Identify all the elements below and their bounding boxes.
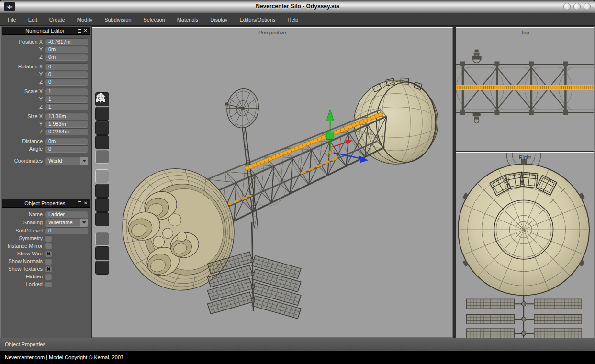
top-canvas[interactable] [456, 28, 594, 151]
field-label: Angle [2, 146, 43, 152]
rotation-x-field[interactable]: 0 [45, 63, 88, 70]
field-label: Z [2, 129, 43, 134]
object-properties-panel: Object Properties ✕ NameLadder Shading W… [2, 199, 90, 290]
menu-file[interactable]: File [3, 13, 21, 26]
size-x-field[interactable]: 13.36m [45, 113, 88, 120]
panel-title: Object Properties [12, 200, 78, 206]
field-label: Locked [2, 281, 43, 287]
show-textures-checkbox[interactable]: ✖ [45, 266, 52, 272]
field-label: Scale X [2, 88, 43, 94]
shading-value: Wireframe [48, 220, 73, 225]
field-label: Size X [2, 113, 43, 119]
field-label: Shading [2, 220, 43, 225]
scale-z-field[interactable]: 1 [45, 103, 88, 110]
viewport-label: Top [456, 30, 594, 35]
hidden-checkbox[interactable] [45, 274, 52, 280]
numerical-editor-header: Numerical Editor ✕ [2, 27, 90, 35]
right-canvas[interactable] [456, 153, 594, 338]
locked-checkbox[interactable] [45, 281, 52, 287]
chevron-down-icon [82, 160, 86, 162]
shading-dropdown[interactable]: Wireframe [45, 219, 88, 227]
right-viewport[interactable]: Right [456, 152, 594, 338]
menu-editors-options[interactable]: Editors/Options [235, 13, 280, 26]
app-window: s|o Nevercenter Silo - Odyssey.sia File … [0, 0, 595, 364]
viewport-label: Perspective [92, 30, 452, 35]
field-label: Y [2, 71, 43, 77]
symmetry-checkbox[interactable] [45, 235, 52, 242]
angle-field[interactable]: 0 [45, 145, 88, 153]
position-y-field[interactable]: 0m [45, 46, 88, 53]
field-label: Distance [2, 138, 43, 144]
instance-mirror-checkbox[interactable] [45, 243, 52, 249]
panel-title: Numerical Editor [12, 28, 78, 33]
field-label: Y [2, 96, 43, 102]
position-z-field[interactable]: 0m [45, 54, 88, 61]
subd-level-field[interactable]: 0 [45, 227, 88, 234]
field-label: Name [2, 211, 43, 217]
field-label: Z [2, 79, 43, 85]
field-label: Show Wire [2, 251, 43, 256]
menu-create[interactable]: Create [45, 13, 69, 26]
name-field[interactable]: Ladder [45, 211, 88, 218]
left-panel-column: Numerical Editor ✕ Position X-0.7617m Y0… [1, 26, 91, 338]
menu-subdivision[interactable]: Subdivision [100, 13, 135, 26]
window-button-2[interactable] [573, 3, 581, 10]
position-x-field[interactable]: -0.7617m [45, 38, 88, 45]
footer-bar: Nevercenter.com | Model Copyright © Kema… [0, 351, 595, 364]
chevron-down-icon [82, 221, 86, 224]
field-label: Coordinates [2, 158, 43, 164]
dropdown-button[interactable] [80, 219, 88, 227]
perspective-canvas[interactable] [92, 28, 452, 337]
viewport-label: Right [456, 154, 594, 160]
show-wire-checkbox[interactable]: ✖ [45, 251, 52, 257]
size-y-field[interactable]: 1.983m [45, 121, 88, 128]
panel-close-icon[interactable]: ✕ [84, 201, 88, 206]
object-properties-header: Object Properties ✕ [2, 199, 90, 208]
menu-bar: File Edit Create Modify Subdivision Sele… [0, 13, 595, 26]
field-label: Instance Mirror [2, 243, 43, 249]
field-label: SubD Level [2, 228, 43, 233]
menu-selection[interactable]: Selection [139, 13, 169, 26]
panel-close-icon[interactable]: ✕ [84, 28, 88, 33]
field-label: Show Textures [2, 266, 43, 272]
rotation-y-field[interactable]: 0 [45, 71, 88, 78]
window-title: Nevercenter Silo - Odyssey.sia [0, 3, 595, 10]
status-text: Object Properties [5, 342, 45, 347]
field-label: Y [2, 46, 43, 52]
menu-modify[interactable]: Modify [73, 13, 97, 26]
window-button-3[interactable] [584, 3, 591, 10]
show-normals-checkbox[interactable] [45, 258, 52, 265]
panel-maximize-icon[interactable] [78, 201, 81, 205]
coordinates-value: World [48, 158, 62, 164]
field-label: Hidden [2, 274, 43, 279]
menu-edit[interactable]: Edit [24, 13, 42, 26]
dropdown-button[interactable] [80, 157, 88, 165]
window-button-1[interactable] [563, 3, 571, 10]
menu-help[interactable]: Help [283, 13, 303, 26]
menu-materials[interactable]: Materials [173, 13, 203, 26]
lasso-select-button[interactable] [95, 261, 109, 275]
top-viewport[interactable]: Top [456, 27, 594, 151]
field-label: Y [2, 121, 43, 127]
lasso-icon [95, 92, 109, 280]
distance-field[interactable]: 0m [45, 138, 88, 145]
size-z-field[interactable]: 0.2264m [45, 128, 88, 135]
scale-y-field[interactable]: 1 [45, 96, 88, 103]
truss-bracing [456, 61, 594, 115]
scale-x-field[interactable]: 1 [45, 88, 88, 95]
coordinates-dropdown[interactable]: World [45, 157, 88, 165]
field-label: Position X [2, 39, 43, 44]
menu-display[interactable]: Display [206, 13, 232, 26]
window-titlebar: s|o Nevercenter Silo - Odyssey.sia [0, 0, 595, 13]
status-bar: Object Properties [0, 338, 595, 351]
perspective-viewport[interactable]: Perspective [92, 27, 453, 338]
rotation-z-field[interactable]: 0 [45, 78, 88, 86]
window-controls [563, 3, 591, 10]
footer-text: Nevercenter.com | Model Copyright © Kema… [5, 354, 123, 360]
field-label: Z [2, 104, 43, 110]
viewport-toolbar [95, 92, 109, 280]
field-label: Z [2, 54, 43, 60]
numerical-editor-panel: Numerical Editor ✕ Position X-0.7617m Y0… [2, 27, 90, 167]
dish-antenna [225, 87, 261, 228]
panel-maximize-icon[interactable] [78, 29, 81, 33]
